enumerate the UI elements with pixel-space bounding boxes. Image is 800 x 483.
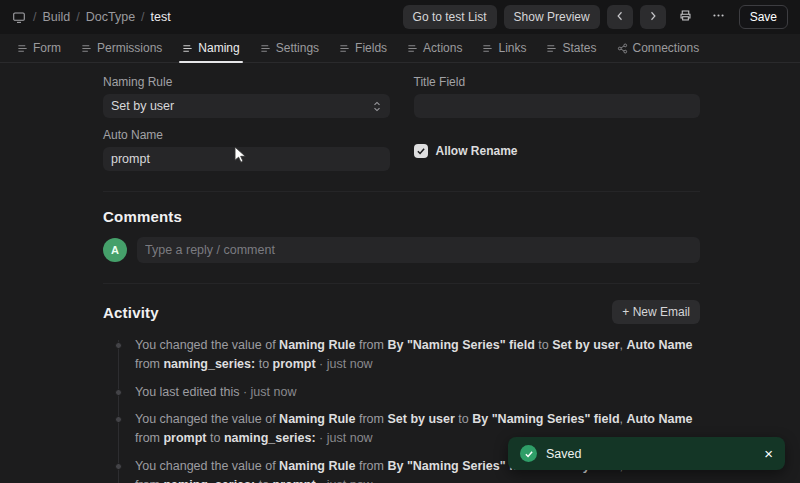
tab-permissions[interactable]: Permissions [72,34,171,62]
more-menu-button[interactable] [706,5,732,29]
tab-label: Settings [276,41,319,55]
show-preview-button[interactable]: Show Preview [504,5,600,29]
toast-label: Saved [546,447,581,461]
main-content: Naming Rule Set by user Title Field Auto… [0,63,800,483]
toast-saved: Saved × [508,437,785,470]
settings-icon [260,43,271,54]
comments-section: Comments A [103,191,700,263]
activity-title: Activity [103,304,159,321]
activity-timestamp: · just now [316,431,373,445]
new-email-button[interactable]: + New Email [612,300,700,324]
activity-timestamp: · just now [316,357,373,371]
states-icon [546,43,557,54]
naming-rule-label: Naming Rule [103,75,390,89]
breadcrumb-separator: / [141,10,144,24]
tab-links[interactable]: Links [473,34,535,62]
tab-label: Fields [355,41,387,55]
timeline-dot [115,342,122,349]
activity-header: Activity + New Email [103,300,700,324]
timeline-dot [115,416,122,423]
connections-icon [617,43,628,54]
tab-label: Connections [633,41,700,55]
comment-input-row: A [103,237,700,263]
tab-label: States [562,41,596,55]
breadcrumb-doctype[interactable]: DocType [86,10,135,24]
breadcrumb-build[interactable]: Build [42,10,70,24]
title-field-label: Title Field [414,75,701,89]
auto-name-field: Auto Name [103,128,390,171]
naming-rule-value: Set by user [111,99,174,113]
naming-icon [182,43,193,54]
save-button[interactable]: Save [739,5,788,29]
auto-name-input[interactable] [103,147,390,171]
timeline-dot [115,463,122,470]
ellipsis-icon [712,9,725,25]
tab-label: Actions [423,41,462,55]
auto-name-label: Auto Name [103,128,390,142]
tab-label: Links [498,41,526,55]
breadcrumb-separator: / [76,10,79,24]
breadcrumb: / Build / DocType / test [12,10,171,24]
activity-text: You changed the value of Naming Rule fro… [135,338,693,371]
tab-bar: FormPermissionsNamingSettingsFieldsActio… [0,34,800,63]
activity-text: You last edited this · just now [135,385,296,399]
fields-icon [339,43,350,54]
chevron-left-icon [614,10,626,25]
permissions-icon [81,43,92,54]
naming-rule-select[interactable]: Set by user [103,94,390,118]
allow-rename-field: Allow Rename [414,130,701,171]
form-icon [17,43,28,54]
allow-rename-label: Allow Rename [436,144,518,158]
select-updown-icon [372,100,382,113]
activity-item: You last edited this · just now [103,383,700,402]
navbar-actions: Go to test List Show Preview Save [403,5,788,29]
activity-timestamp: · just now [316,478,373,483]
navbar: / Build / DocType / test Go to test List… [0,0,800,34]
go-to-list-button[interactable]: Go to test List [403,5,497,29]
monitor-icon[interactable] [12,11,26,24]
tab-states[interactable]: States [537,34,605,62]
allow-rename-checkbox[interactable] [414,144,428,158]
activity-timestamp: · just now [239,385,296,399]
tab-actions[interactable]: Actions [398,34,471,62]
title-field-field: Title Field [414,75,701,118]
print-button[interactable] [673,5,699,29]
breadcrumb-current: test [151,10,171,24]
tab-label: Naming [198,41,239,55]
activity-item: You changed the value of Naming Rule fro… [103,336,700,374]
title-field-input[interactable] [414,94,701,118]
comments-title: Comments [103,208,700,225]
tab-form[interactable]: Form [8,34,70,62]
links-icon [482,43,493,54]
prev-document-button[interactable] [607,5,633,29]
breadcrumb-separator: / [33,10,36,24]
tab-connections[interactable]: Connections [608,34,709,62]
tab-naming[interactable]: Naming [173,34,248,62]
comment-input[interactable] [137,237,700,263]
printer-icon [679,9,692,25]
naming-form-section: Naming Rule Set by user Title Field Auto… [103,75,700,171]
tab-fields[interactable]: Fields [330,34,396,62]
tab-label: Form [33,41,61,55]
toast-close-icon[interactable]: × [764,446,773,461]
chevron-right-icon [647,10,659,25]
next-document-button[interactable] [640,5,666,29]
tab-label: Permissions [97,41,162,55]
success-check-icon [520,445,537,462]
timeline-dot [115,389,122,396]
tab-settings[interactable]: Settings [251,34,328,62]
avatar: A [103,238,127,262]
naming-rule-field: Naming Rule Set by user [103,75,390,118]
actions-icon [407,43,418,54]
check-icon [416,142,426,160]
